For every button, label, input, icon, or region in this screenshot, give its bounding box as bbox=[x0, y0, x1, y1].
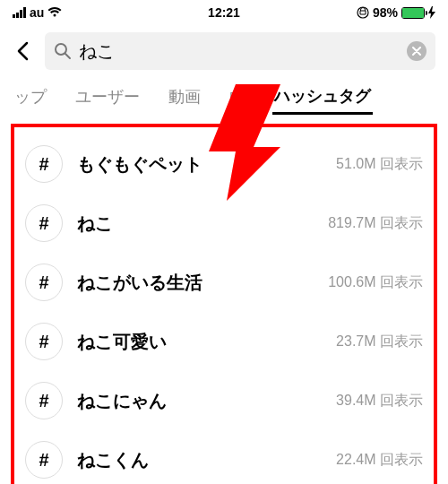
charging-icon bbox=[428, 6, 435, 19]
rotation-lock-icon bbox=[357, 6, 369, 19]
hashtag-row[interactable]: #ねこにゃん39.4M 回表示 bbox=[20, 371, 428, 430]
hash-icon: # bbox=[25, 382, 63, 419]
hashtag-count: 22.4M 回表示 bbox=[336, 451, 423, 470]
search-input[interactable]: ねこ bbox=[79, 39, 400, 64]
battery-percent: 98% bbox=[373, 5, 398, 20]
svg-line-2 bbox=[65, 54, 70, 58]
hashtag-row[interactable]: #ねこがいる生活100.6M 回表示 bbox=[20, 253, 428, 312]
hashtag-name: ねこ bbox=[77, 212, 314, 236]
status-left: au bbox=[13, 5, 62, 20]
signal-icon bbox=[13, 7, 26, 18]
tab-0[interactable]: ップ bbox=[13, 81, 48, 113]
tabs: ップユーザー動画曲ハッシュタグ bbox=[0, 79, 448, 115]
tab-3[interactable]: 曲 bbox=[228, 81, 247, 113]
status-bar: au 12:21 98% bbox=[0, 0, 448, 25]
battery-icon bbox=[401, 7, 425, 19]
back-button[interactable] bbox=[9, 38, 36, 65]
hash-icon: # bbox=[25, 264, 63, 301]
hash-icon: # bbox=[25, 204, 63, 242]
svg-point-1 bbox=[56, 44, 66, 55]
hash-icon: # bbox=[25, 145, 63, 183]
hashtag-name: ねこ可愛い bbox=[77, 330, 322, 354]
search-row: ねこ bbox=[0, 25, 448, 79]
hashtag-name: ねこにゃん bbox=[77, 389, 322, 413]
hashtag-name: もぐもぐペット bbox=[77, 152, 322, 177]
svg-point-0 bbox=[358, 7, 368, 18]
hash-icon: # bbox=[25, 323, 63, 360]
hashtag-count: 819.7M 回表示 bbox=[328, 214, 423, 233]
tab-2[interactable]: 動画 bbox=[167, 81, 202, 113]
hashtag-count: 39.4M 回表示 bbox=[336, 392, 423, 411]
hashtag-results: #もぐもぐペット51.0M 回表示#ねこ819.7M 回表示#ねこがいる生活10… bbox=[11, 124, 437, 484]
status-right: 98% bbox=[357, 5, 435, 20]
search-icon bbox=[54, 42, 72, 60]
wifi-icon bbox=[47, 7, 62, 18]
hashtag-row[interactable]: #ねこくん22.4M 回表示 bbox=[20, 430, 428, 484]
close-icon bbox=[412, 47, 421, 56]
hashtag-row[interactable]: #もぐもぐペット51.0M 回表示 bbox=[20, 134, 428, 194]
search-box[interactable]: ねこ bbox=[45, 32, 435, 70]
hashtag-name: ねこがいる生活 bbox=[77, 271, 314, 295]
tab-1[interactable]: ユーザー bbox=[73, 81, 142, 113]
hashtag-count: 23.7M 回表示 bbox=[336, 333, 423, 351]
hashtag-count: 51.0M 回表示 bbox=[336, 155, 423, 174]
hashtag-name: ねこくん bbox=[77, 448, 322, 472]
hash-icon: # bbox=[25, 441, 63, 479]
tab-4[interactable]: ハッシュタグ bbox=[272, 80, 373, 115]
hashtag-row[interactable]: #ねこ819.7M 回表示 bbox=[20, 194, 428, 253]
clear-search-button[interactable] bbox=[407, 41, 426, 61]
battery-fill bbox=[402, 8, 424, 18]
hashtag-row[interactable]: #ねこ可愛い23.7M 回表示 bbox=[20, 312, 428, 371]
carrier-label: au bbox=[30, 5, 44, 20]
chevron-left-icon bbox=[16, 41, 29, 61]
hashtag-count: 100.6M 回表示 bbox=[328, 273, 423, 292]
